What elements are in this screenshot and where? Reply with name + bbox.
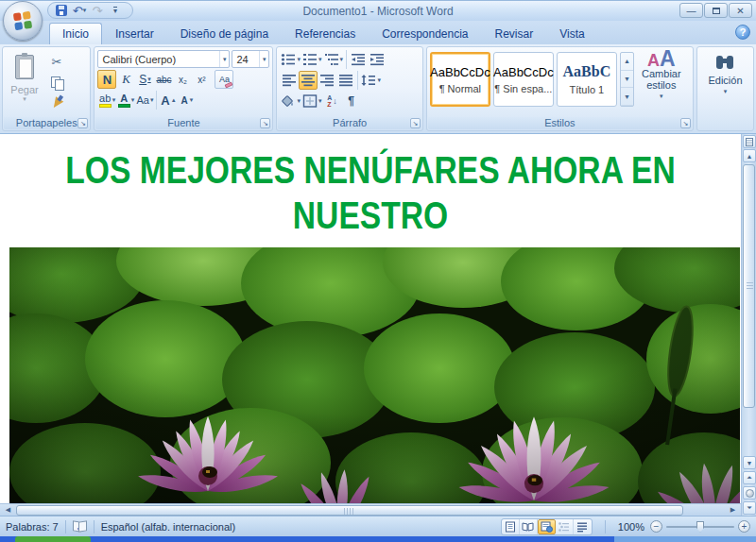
language-indicator[interactable]: Español (alfab. internacional): [101, 521, 235, 533]
print-layout-icon: [505, 521, 516, 533]
tab-vista[interactable]: Vista: [546, 23, 597, 44]
clear-formatting-button[interactable]: Aa: [215, 70, 233, 89]
align-center-button[interactable]: [299, 71, 318, 90]
horizontal-scrollbar[interactable]: ◀ ▶: [0, 503, 741, 516]
zoom-level[interactable]: 100%: [618, 521, 644, 533]
multilevel-list-button[interactable]: ▾: [323, 50, 345, 69]
styles-scroll-down-button[interactable]: ▼: [621, 71, 633, 89]
superscript-button[interactable]: x²: [192, 70, 211, 89]
customize-qat-button[interactable]: ▾: [108, 3, 123, 18]
align-left-button[interactable]: [280, 71, 299, 90]
sort-button[interactable]: AZ↓: [323, 92, 342, 110]
scroll-up-button[interactable]: ▲: [743, 149, 756, 162]
change-case-button[interactable]: Aa▾: [135, 91, 154, 110]
paste-button[interactable]: Pegar ▾: [6, 50, 43, 114]
tab-diseno-de-pagina[interactable]: Diseño de página: [167, 23, 282, 44]
dialog-launcher-fuente[interactable]: ↘: [260, 118, 270, 128]
office-button[interactable]: [3, 1, 43, 41]
minimize-button[interactable]: —: [679, 3, 703, 18]
divider: [357, 71, 358, 90]
tab-revisar[interactable]: Revisar: [482, 23, 547, 44]
undo-button[interactable]: ↶▾: [72, 3, 87, 18]
browse-object-icon: [746, 489, 754, 498]
zoom-out-button[interactable]: −: [650, 520, 662, 533]
align-center-icon: [301, 74, 316, 87]
zoom-track[interactable]: [666, 526, 734, 528]
save-button[interactable]: [54, 3, 69, 18]
draft-view-button[interactable]: [574, 519, 592, 534]
tab-correspondencia[interactable]: Correspondencia: [369, 23, 481, 44]
numbering-button[interactable]: ▾: [301, 50, 323, 69]
shading-button[interactable]: ▾: [280, 92, 301, 110]
chevron-down-icon: ▾: [113, 7, 117, 14]
dialog-launcher-parrafo[interactable]: ↘: [410, 118, 421, 128]
increase-indent-button[interactable]: [368, 50, 387, 69]
align-right-button[interactable]: [318, 71, 336, 90]
style-titulo-1[interactable]: AaBbC Título 1: [557, 52, 617, 107]
format-painter-button[interactable]: [45, 93, 68, 113]
scroll-down-button[interactable]: ▼: [743, 456, 756, 469]
styles-more-button[interactable]: ▼: [621, 88, 633, 106]
editing-menu-button[interactable]: Edición ▾: [703, 50, 747, 109]
shrink-font-button[interactable]: A▼: [178, 91, 197, 110]
print-layout-view-button[interactable]: [502, 519, 520, 534]
underline-button[interactable]: S▾: [135, 70, 154, 89]
change-styles-button[interactable]: AA Cambiar estilos ▾: [637, 50, 686, 109]
grow-font-button[interactable]: A▲: [159, 91, 178, 110]
line-spacing-button[interactable]: ▾: [360, 71, 382, 90]
show-marks-button[interactable]: ¶: [342, 92, 361, 110]
scroll-left-button[interactable]: ◀: [1, 505, 15, 516]
next-page-button[interactable]: ⏷: [743, 501, 756, 515]
paint-bucket-icon: [281, 94, 296, 108]
word-count[interactable]: Palabras: 7: [6, 521, 59, 533]
web-layout-icon: [541, 521, 553, 533]
web-layout-view-button[interactable]: [538, 519, 556, 534]
select-browse-object-button[interactable]: [743, 486, 756, 500]
font-size-combo[interactable]: 24▾: [232, 50, 269, 68]
copy-button[interactable]: [45, 73, 68, 93]
help-button[interactable]: ?: [735, 25, 750, 40]
tab-inicio[interactable]: Inicio: [49, 23, 102, 44]
view-ruler-button[interactable]: [743, 135, 756, 148]
increase-indent-icon: [369, 53, 385, 66]
bullets-button[interactable]: ▾: [280, 50, 301, 69]
subscript-button[interactable]: x₂: [173, 70, 192, 89]
bold-button[interactable]: N: [97, 70, 116, 89]
italic-button[interactable]: K: [116, 70, 135, 89]
decrease-indent-button[interactable]: [349, 50, 368, 69]
group-portapapeles: Pegar ▾ ✂ Portapapeles ↘: [2, 46, 91, 131]
justify-button[interactable]: [336, 71, 355, 90]
full-screen-reading-view-button[interactable]: [520, 519, 538, 534]
font-name-combo[interactable]: Calibri (Cuerpo)▾: [97, 50, 230, 68]
water-lilies-photo[interactable]: [9, 247, 740, 503]
borders-button[interactable]: ▾: [301, 92, 323, 110]
zoom-in-button[interactable]: +: [738, 520, 750, 533]
dialog-launcher-portapapeles[interactable]: ↘: [77, 118, 88, 128]
outline-view-button[interactable]: [556, 519, 574, 534]
restore-button[interactable]: [704, 3, 728, 18]
binoculars-icon: [716, 56, 733, 69]
style-normal[interactable]: AaBbCcDc ¶ Normal: [430, 52, 490, 107]
chevron-down-icon[interactable]: ▾: [259, 51, 269, 67]
strikethrough-button[interactable]: abc: [154, 70, 173, 89]
style-sin-espaciado[interactable]: AaBbCcDc ¶ Sin espa...: [493, 52, 554, 107]
zoom-thumb[interactable]: [696, 521, 704, 533]
document-canvas[interactable]: LOS MEJORES NENÚFARES AHORA EN NUESTRO E…: [0, 134, 741, 503]
font-color-button[interactable]: A▾: [116, 91, 135, 110]
tab-referencias[interactable]: Referencias: [282, 23, 369, 44]
styles-scroll-up-button[interactable]: ▲: [621, 53, 633, 71]
dialog-launcher-estilos[interactable]: ↘: [680, 118, 691, 128]
vertical-scrollbar[interactable]: ▲ ▼ ⏶ ⏷: [741, 134, 756, 516]
chevron-down-icon[interactable]: ▾: [219, 51, 230, 67]
text-highlight-button[interactable]: ab▾: [97, 91, 116, 110]
close-button[interactable]: ✕: [729, 3, 752, 18]
spellcheck-icon[interactable]: ✓: [73, 521, 87, 532]
cut-button[interactable]: ✂: [45, 52, 68, 72]
previous-page-button[interactable]: ⏶: [743, 471, 756, 484]
vertical-scroll-thumb[interactable]: [743, 164, 755, 408]
horizontal-scroll-thumb[interactable]: [16, 505, 683, 516]
redo-button[interactable]: ↷: [90, 3, 105, 18]
tab-insertar[interactable]: Insertar: [102, 23, 167, 44]
scroll-right-button[interactable]: ▶: [726, 505, 740, 516]
start-button[interactable]: [15, 536, 91, 542]
